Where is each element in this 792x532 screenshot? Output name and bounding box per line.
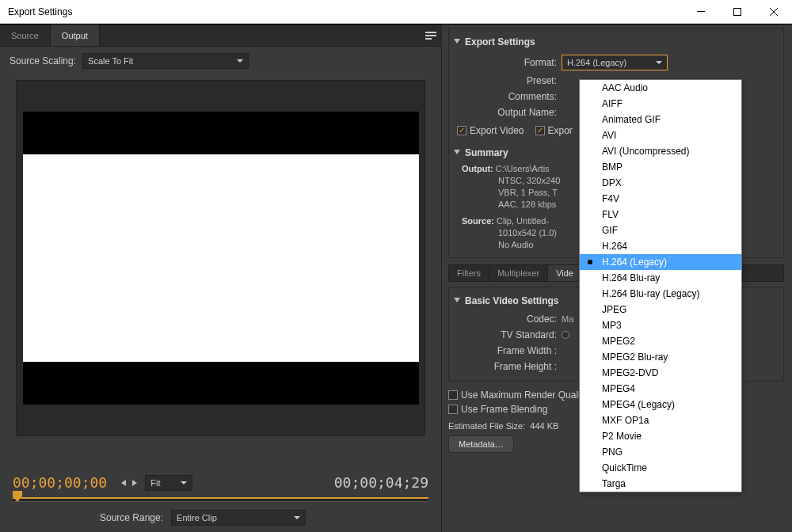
svg-marker-15 xyxy=(454,150,460,154)
disclosure-triangle-icon[interactable] xyxy=(454,295,460,306)
format-option[interactable]: H.264 Blu-ray (Legacy) xyxy=(580,286,741,302)
format-option[interactable]: QuickTime xyxy=(580,460,741,476)
preview-viewport xyxy=(16,80,425,436)
format-option[interactable]: MPEG2 xyxy=(580,333,741,349)
format-option[interactable]: GIF xyxy=(580,222,741,238)
codec-value[interactable]: Ma xyxy=(562,314,573,324)
format-dropdown[interactable]: H.264 (Legacy) xyxy=(562,55,668,70)
svg-rect-1 xyxy=(734,8,741,15)
tv-standard-radio[interactable] xyxy=(562,331,569,339)
summary-output-path: C:\Users\Artis xyxy=(496,164,550,173)
step-forward-icon[interactable] xyxy=(131,477,137,488)
preview-canvas xyxy=(23,112,419,405)
format-option[interactable]: MXF OP1a xyxy=(580,412,741,428)
format-option[interactable]: DPX xyxy=(580,175,741,191)
format-option[interactable]: PNG xyxy=(580,444,741,460)
chevron-down-icon xyxy=(656,58,662,67)
source-range-dropdown[interactable]: Entire Clip xyxy=(171,510,306,526)
format-label: Format: xyxy=(454,57,562,68)
svg-rect-5 xyxy=(425,35,436,36)
svg-marker-11 xyxy=(13,491,22,502)
tab-output[interactable]: Output xyxy=(51,25,100,46)
svg-marker-16 xyxy=(454,298,460,302)
format-option[interactable]: BMP xyxy=(580,159,741,175)
svg-marker-12 xyxy=(294,516,300,519)
svg-marker-7 xyxy=(237,59,243,63)
preset-label: Preset: xyxy=(454,75,562,86)
basic-video-settings-header: Basic Video Settings xyxy=(465,295,558,306)
format-option[interactable]: Targa xyxy=(580,476,741,492)
format-option[interactable]: Animated GIF xyxy=(580,112,741,127)
chevron-down-icon xyxy=(237,56,243,66)
timeline-bar[interactable] xyxy=(13,497,428,502)
export-video-checkbox[interactable]: Export Video xyxy=(457,125,524,136)
svg-marker-8 xyxy=(121,480,126,486)
disclosure-triangle-icon[interactable] xyxy=(454,147,460,158)
svg-marker-13 xyxy=(454,39,460,44)
close-button[interactable] xyxy=(756,0,792,23)
tab-multiplexer[interactable]: Multiplexer xyxy=(489,265,548,281)
format-value: H.264 (Legacy) xyxy=(567,58,626,67)
svg-rect-0 xyxy=(697,11,705,12)
svg-rect-4 xyxy=(425,32,436,33)
zoom-fit-dropdown[interactable]: Fit xyxy=(145,475,192,491)
format-option[interactable]: JPEG xyxy=(580,302,741,317)
source-scaling-label: Source Scaling: xyxy=(10,55,76,66)
format-option[interactable]: FLV xyxy=(580,207,741,222)
format-option[interactable]: F4V xyxy=(580,191,741,207)
frame-width-label: Frame Width : xyxy=(454,345,562,356)
format-option[interactable]: MPEG2 Blu-ray xyxy=(580,349,741,365)
format-option[interactable]: H.264 Blu-ray xyxy=(580,270,741,286)
playhead-icon[interactable] xyxy=(13,491,22,504)
format-option[interactable]: AVI xyxy=(580,127,741,143)
maximize-button[interactable] xyxy=(719,0,756,23)
preview-pane: Source Output Source Scaling: Scale To F… xyxy=(0,25,442,532)
tab-video[interactable]: Vide xyxy=(548,265,582,281)
svg-marker-9 xyxy=(132,480,137,486)
estimated-size-label: Estimated File Size: xyxy=(448,421,525,431)
timecode-duration: 00;00;04;29 xyxy=(334,474,428,491)
frame-height-label: Frame Height : xyxy=(454,361,562,372)
estimated-size-value: 444 KB xyxy=(530,421,558,431)
codec-label: Codec: xyxy=(454,314,562,325)
format-option[interactable]: MPEG4 (Legacy) xyxy=(580,397,741,412)
format-option[interactable]: MP3 xyxy=(580,317,741,333)
window-title: Export Settings xyxy=(8,6,683,17)
export-settings-header: Export Settings xyxy=(465,36,535,48)
disclosure-triangle-icon[interactable] xyxy=(454,36,460,48)
export-audio-checkbox[interactable]: Expor xyxy=(535,125,573,136)
summary-source-label: Source: xyxy=(462,216,494,226)
format-dropdown-listbox[interactable]: AAC AudioAIFFAnimated GIFAVIAVI (Uncompr… xyxy=(579,79,742,492)
source-scaling-dropdown[interactable]: Scale To Fit xyxy=(82,53,249,69)
comments-label: Comments: xyxy=(454,91,562,102)
source-range-value: Entire Clip xyxy=(177,513,217,522)
preview-frame xyxy=(23,154,419,362)
chevron-down-icon xyxy=(181,478,187,488)
titlebar: Export Settings xyxy=(0,0,792,24)
tab-filters[interactable]: Filters xyxy=(449,265,489,281)
source-scaling-value: Scale To Fit xyxy=(88,56,133,66)
metadata-button[interactable]: Metadata… xyxy=(448,435,514,453)
svg-marker-14 xyxy=(656,61,662,64)
minimize-button[interactable] xyxy=(683,0,719,23)
svg-marker-10 xyxy=(181,481,187,484)
format-option[interactable]: MPEG2-DVD xyxy=(580,365,741,381)
format-option[interactable]: H.264 xyxy=(580,238,741,254)
panel-menu-icon[interactable] xyxy=(421,25,441,46)
output-name-label: Output Name: xyxy=(454,107,562,118)
zoom-fit-label: Fit xyxy=(150,478,160,488)
format-option[interactable]: MPEG4 xyxy=(580,381,741,397)
format-option[interactable]: AAC Audio xyxy=(580,80,741,96)
chevron-down-icon xyxy=(294,513,300,522)
format-option[interactable]: AIFF xyxy=(580,96,741,112)
timecode-current[interactable]: 00;00;00;00 xyxy=(13,474,107,491)
tab-source[interactable]: Source xyxy=(0,25,51,46)
tv-standard-label: TV Standard: xyxy=(454,329,562,340)
source-range-label: Source Range: xyxy=(100,512,163,523)
summary-output-label: Output: xyxy=(462,164,493,173)
format-option[interactable]: H.264 (Legacy) xyxy=(580,254,741,270)
format-option[interactable]: P2 Movie xyxy=(580,428,741,444)
format-option[interactable]: AVI (Uncompressed) xyxy=(580,143,741,159)
step-back-icon[interactable] xyxy=(121,477,128,488)
svg-rect-6 xyxy=(425,38,432,40)
